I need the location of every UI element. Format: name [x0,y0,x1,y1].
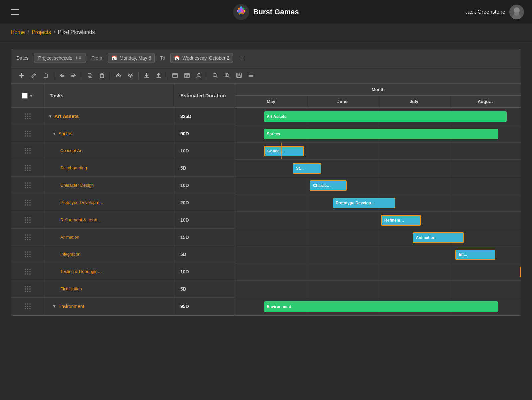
svg-line-17 [34,74,35,75]
resource-button[interactable] [194,70,204,81]
save-button[interactable] [234,70,244,81]
gantt-bar-sprites[interactable]: Sprites [264,129,498,139]
drag-handle[interactable] [11,211,44,228]
task-name-animation[interactable]: Animation [44,229,175,246]
drag-handle[interactable] [11,159,44,176]
to-date-field[interactable]: 📅 Wednesday, October 2 [170,53,233,63]
svg-rect-18 [44,74,47,78]
toolbar-sep-4 [138,71,139,79]
gantt-cell [307,246,378,263]
task-name-sprites[interactable]: ▼ Sprites [44,125,175,142]
gantt-toolbar-icons [11,67,521,84]
from-date-field[interactable]: 📅 Monday, May 6 [108,53,155,63]
gantt-cell [307,281,378,298]
drag-handle[interactable] [11,280,44,297]
task-name-art-assets[interactable]: ▼ Art Assets [44,108,175,125]
toolbar-menu-icon[interactable]: ≡ [241,55,245,62]
drag-dots-icon [25,217,31,223]
drag-handle[interactable] [11,125,44,142]
drag-handle[interactable] [11,194,44,211]
hamburger-menu[interactable] [8,7,21,17]
drag-handle[interactable] [11,229,44,246]
drag-dots-icon [25,234,31,240]
to-date-value: Wednesday, October 2 [182,55,229,61]
gantt-bar-integration[interactable]: Int… [455,250,495,260]
to-label: To [160,55,165,61]
breadcrumb-projects[interactable]: Projects [32,29,51,35]
gantt-row-animation: Animation [235,229,521,246]
indent-right-button[interactable] [68,70,79,81]
calendar-single-button[interactable] [170,70,180,81]
schedule-select-label: Project schedule [38,55,73,61]
collapse-arrow-icon[interactable]: ▼ [52,304,56,309]
task-name-finalization[interactable]: Finalization [44,280,175,297]
copy-button[interactable] [85,70,95,81]
svg-point-7 [243,8,245,10]
zoom-in-button[interactable] [222,70,232,81]
layer-down-button[interactable] [125,70,136,81]
task-name-character-design[interactable]: Character Design [44,177,175,194]
task-duration-testing: 10D [175,269,235,274]
drag-handle[interactable] [11,177,44,194]
select-all-checkbox[interactable] [22,93,28,99]
month-may: May [235,96,307,107]
drag-dots-icon [25,182,31,188]
month-august: Augu… [450,96,521,107]
gantt-bar-storyboarding[interactable]: St… [293,163,321,174]
drag-handle[interactable] [11,108,44,125]
drag-handle[interactable] [11,142,44,159]
testing-bar-edge [520,267,521,277]
edit-button[interactable] [28,70,39,81]
drag-handle[interactable] [11,246,44,263]
gantt-bar-refinement[interactable]: Refinem… [381,215,421,226]
task-duration-storyboarding: 5D [175,165,235,171]
zoom-out-button[interactable] [210,70,220,81]
settings-button[interactable] [246,70,256,81]
breadcrumb-sep-2: / [54,29,55,35]
task-name-prototype-dev[interactable]: Prototype Developm… [44,194,175,211]
drag-handle[interactable] [11,263,44,280]
col-check-arrow-icon[interactable]: ▼ [29,93,34,98]
layer-up-button[interactable] [113,70,124,81]
gantt-toolbar-top: Dates Project schedule ⬆⬇ From 📅 Monday,… [11,49,521,67]
gantt-chart-header: Month May June July Augu… [235,84,521,108]
schedule-select[interactable]: Project schedule ⬆⬇ [34,53,86,63]
task-name-storyboarding[interactable]: Storyboarding [44,159,175,176]
task-duration-concept-art: 10D [175,148,235,153]
svg-point-47 [198,73,200,76]
indent-left-button[interactable] [57,70,67,81]
calendar-multi-button[interactable] [182,70,192,81]
toolbar-sep-5 [167,71,167,79]
from-label: From [91,55,102,61]
breadcrumb-home[interactable]: Home [11,29,25,35]
gantt-bar-animation[interactable]: Animation [413,232,464,243]
task-name-refinement[interactable]: Refinement & Iterat… [44,211,175,228]
gantt-bar-environment[interactable]: Environment [264,301,498,312]
gantt-bar-concept-art[interactable]: Conce… [264,146,304,156]
drag-dots-icon [25,148,31,154]
gantt-bar-character-design[interactable]: Charac… [310,180,347,191]
collapse-arrow-icon[interactable]: ▼ [52,131,56,136]
gantt-bar-prototype-dev[interactable]: Prototype Develop… [332,198,395,208]
breadcrumb-current: Pixel Plowlands [58,29,95,35]
collapse-arrow-icon[interactable]: ▼ [48,114,52,119]
task-name-integration[interactable]: Integration [44,246,175,263]
task-name-testing[interactable]: Testing & Debuggin… [44,263,175,280]
gantt-cell [378,281,450,298]
add-task-button[interactable] [16,70,27,81]
gantt-cell [235,212,307,229]
upload-button[interactable] [153,70,164,81]
gantt-rows: Art Assets Sprites [235,108,521,315]
delete-button[interactable] [40,70,51,81]
task-name-environment[interactable]: ▼ Environment [44,298,175,315]
download-button[interactable] [141,70,152,81]
task-name-concept-art[interactable]: Concept Art [44,142,175,159]
gantt-cell [378,246,450,263]
gantt-bar-art-assets[interactable]: Art Assets [264,111,507,122]
brand-icon [235,5,248,19]
paste-button[interactable] [97,70,107,81]
user-avatar[interactable] [509,5,524,19]
gantt-cell [450,281,521,298]
svg-point-5 [240,14,243,17]
drag-handle[interactable] [11,298,44,315]
